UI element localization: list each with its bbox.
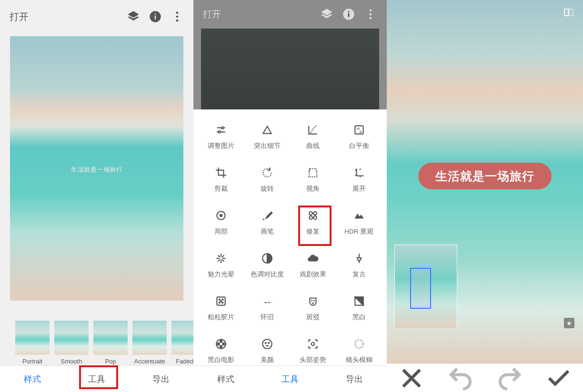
svg-rect-8: [348, 11, 349, 12]
bottom-tabs: 样式 工具 导出: [193, 365, 387, 392]
wb-icon: WB: [353, 124, 365, 136]
tool-perspective[interactable]: 视角: [290, 167, 336, 193]
watermark-text: 生活就是一场旅行: [435, 168, 534, 184]
face-icon: [261, 338, 273, 350]
svg-point-23: [219, 299, 220, 300]
svg-point-4: [176, 16, 179, 18]
tool-hdr[interactable]: HDR 景观: [336, 209, 382, 236]
target-icon: [215, 209, 227, 222]
crop-icon: [215, 167, 227, 179]
star-badge-icon[interactable]: ★: [564, 318, 574, 328]
more-icon[interactable]: [364, 8, 377, 21]
blur-icon: [353, 338, 365, 350]
tab-export[interactable]: 导出: [144, 371, 178, 388]
filter-item[interactable]: Faded Gl: [171, 321, 193, 365]
styles-screen: 打开 生活就是一场旅行 Portrait Smooth Pop Accentua…: [0, 0, 193, 392]
svg-point-32: [218, 343, 220, 345]
open-button[interactable]: 打开: [203, 8, 312, 20]
tab-export[interactable]: 导出: [337, 371, 372, 388]
cloud-icon: [307, 252, 319, 265]
heal-brush-stroke: 生活就是一场旅行: [418, 163, 552, 189]
svg-rect-39: [564, 9, 568, 16]
tool-details[interactable]: 突出细节: [244, 124, 291, 150]
curves-icon: [307, 124, 319, 136]
svg-point-24: [222, 299, 223, 300]
svg-rect-7: [348, 13, 349, 17]
bottom-tabs: 样式 工具 导出: [0, 365, 193, 392]
tool-rotate[interactable]: 旋转: [244, 167, 291, 193]
svg-point-12: [221, 127, 223, 129]
filter-item[interactable]: Smooth: [54, 321, 89, 365]
landscape-icon: [353, 209, 365, 222]
film-icon: [215, 338, 227, 350]
layers-icon[interactable]: [320, 8, 333, 21]
filter-item[interactable]: Accentuate: [132, 321, 167, 365]
svg-rect-40: [569, 9, 573, 16]
tool-white-balance[interactable]: WB白平衡: [336, 124, 382, 150]
sliders-icon: [215, 124, 227, 136]
undo-button[interactable]: [446, 364, 475, 392]
info-icon[interactable]: [342, 8, 355, 21]
tool-selective[interactable]: 局部: [198, 209, 244, 236]
tool-curves[interactable]: 曲线: [290, 124, 336, 150]
navigator-viewport[interactable]: [410, 268, 431, 309]
info-icon[interactable]: [149, 10, 162, 23]
tool-retrolux[interactable]: 怀旧: [244, 295, 291, 322]
svg-text:B: B: [360, 130, 362, 134]
tool-lensblur[interactable]: 镜头模糊: [336, 338, 382, 364]
svg-point-35: [265, 343, 266, 343]
svg-point-25: [219, 302, 220, 303]
svg-rect-2: [155, 13, 156, 14]
tool-brush[interactable]: 画笔: [244, 209, 291, 236]
tool-expand[interactable]: 展开: [336, 167, 382, 193]
svg-point-37: [312, 343, 315, 346]
image-caption: 生活就是一场旅行: [10, 166, 183, 174]
navigator-minimap[interactable]: [394, 245, 457, 329]
brush-icon: [261, 209, 273, 222]
tool-crop[interactable]: 剪裁: [198, 167, 244, 193]
close-button[interactable]: [397, 364, 426, 392]
tab-styles[interactable]: 样式: [209, 371, 243, 388]
perspective-icon: [307, 167, 319, 179]
apply-button[interactable]: [544, 364, 573, 392]
expand-icon: [353, 167, 365, 179]
tool-vintage[interactable]: 复古: [336, 252, 382, 279]
tool-tune-image[interactable]: 调整图片: [198, 124, 244, 150]
svg-point-26: [222, 302, 223, 303]
tab-tools[interactable]: 工具: [273, 371, 307, 388]
healing-canvas[interactable]: 生活就是一场旅行 ★: [387, 0, 583, 363]
svg-point-33: [220, 345, 222, 347]
tool-bw[interactable]: 黑白: [336, 295, 382, 322]
tool-headpose[interactable]: 头部姿势: [290, 338, 336, 364]
face-focus-icon: [307, 338, 319, 350]
mask-icon: [307, 295, 319, 307]
filter-item[interactable]: Pop: [93, 321, 128, 365]
tab-tools[interactable]: 工具: [80, 371, 114, 388]
tool-glamour[interactable]: 魅力光晕: [198, 252, 244, 279]
tool-tonal[interactable]: 色调对比度: [244, 252, 291, 279]
triangle-icon: [261, 124, 273, 136]
svg-point-3: [176, 12, 179, 14]
tab-styles[interactable]: 样式: [15, 371, 50, 388]
svg-point-38: [355, 340, 363, 348]
tool-drama[interactable]: 戏剧效果: [290, 252, 336, 279]
compare-icon[interactable]: [563, 7, 574, 18]
tool-grainy[interactable]: 粗粒胶片: [198, 295, 244, 322]
redo-button[interactable]: [495, 364, 524, 392]
svg-point-31: [223, 343, 225, 345]
bandage-icon: [307, 209, 319, 222]
tool-healing[interactable]: 修复: [290, 209, 336, 236]
svg-point-34: [262, 339, 272, 349]
tool-grunge[interactable]: 斑驳: [290, 295, 336, 322]
tool-noir[interactable]: 黑白电影: [198, 338, 244, 364]
open-button[interactable]: 打开: [10, 10, 118, 23]
filter-item[interactable]: Portrait: [15, 321, 50, 365]
tool-portrait[interactable]: 美颜: [244, 338, 291, 364]
rotate-icon: [261, 167, 273, 179]
layers-icon[interactable]: [127, 10, 140, 23]
svg-point-27: [221, 301, 221, 302]
more-icon[interactable]: [171, 10, 184, 23]
svg-point-30: [220, 340, 222, 342]
preview-image[interactable]: 生活就是一场旅行: [10, 36, 183, 301]
contrast-icon: [261, 252, 273, 265]
